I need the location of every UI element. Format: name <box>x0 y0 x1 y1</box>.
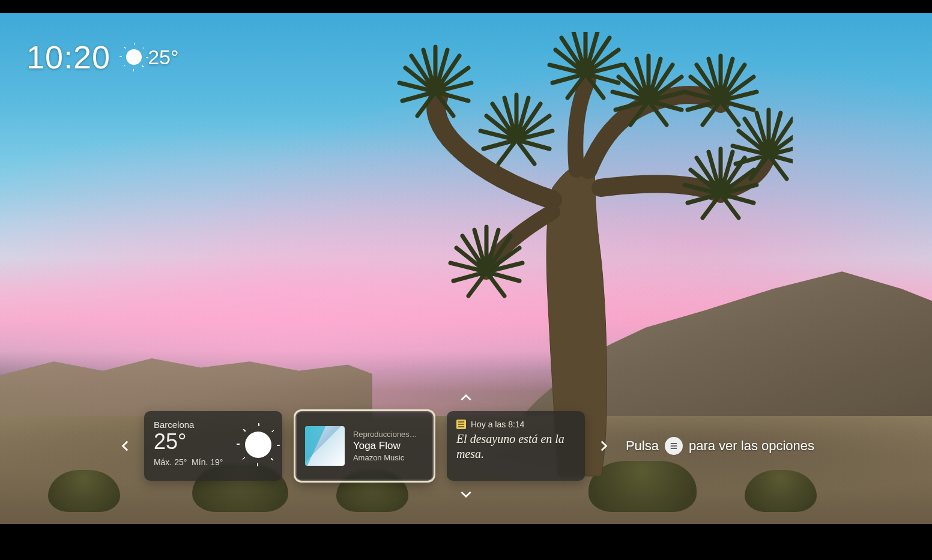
music-title: Yoga Flow <box>353 440 417 452</box>
svg-rect-0 <box>671 443 677 444</box>
clock: 10:20 <box>26 38 110 76</box>
music-card[interactable]: Reproducciones… Yoga Flow Amazon Music <box>295 411 434 481</box>
ambient-home-screen: 10:20 25° Barcelona 25° Máx. <box>0 13 932 524</box>
music-subhead: Reproducciones… <box>353 430 417 439</box>
sunny-icon <box>245 432 271 458</box>
menu-icon <box>665 437 683 455</box>
status-bar: 10:20 25° <box>26 38 179 76</box>
note-icon <box>456 420 466 429</box>
options-hint: Pulsa para ver las opciones <box>626 437 814 455</box>
chevron-left-icon[interactable] <box>118 438 133 454</box>
weather-badge: 25° <box>126 46 178 69</box>
weather-card[interactable]: Barcelona 25° Máx. 25° Mín. 19° <box>144 411 282 481</box>
music-source: Amazon Music <box>353 453 417 462</box>
note-timestamp: Hoy a las 8:14 <box>471 420 525 429</box>
sunny-icon <box>126 49 142 65</box>
chevron-right-icon[interactable] <box>596 438 611 454</box>
note-body: El desayuno está en la mesa. <box>456 432 575 462</box>
album-art <box>305 426 345 466</box>
chevron-down-icon[interactable] <box>458 486 474 502</box>
svg-rect-1 <box>671 445 677 447</box>
svg-rect-2 <box>671 448 677 449</box>
sticky-note-card[interactable]: Hoy a las 8:14 El desayuno está en la me… <box>447 411 585 481</box>
chevron-up-icon[interactable] <box>458 390 474 406</box>
widget-carousel: Barcelona 25° Máx. 25° Mín. 19° Reproduc… <box>0 390 932 502</box>
status-temp: 25° <box>148 46 178 69</box>
